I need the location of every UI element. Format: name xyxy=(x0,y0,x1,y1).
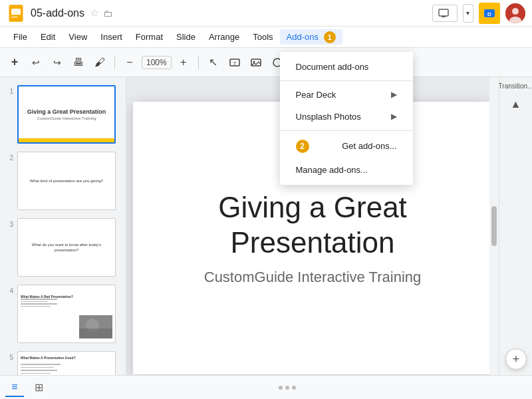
unsplash-arrow: ▶ xyxy=(391,112,397,121)
slide-1-bar xyxy=(19,138,114,142)
slide-4-lines xyxy=(21,299,57,308)
slide-3-text: What do you want to know after today's p… xyxy=(18,239,115,256)
addons-dropdown: Document add-ons Pear Deck ▶ Unsplash Ph… xyxy=(280,52,413,185)
toolbar-separator-2 xyxy=(198,56,199,69)
svg-text:D: D xyxy=(487,11,491,17)
get-addons-badge: 2 xyxy=(296,140,309,153)
menu-bar: File Edit View Insert Format Slide Arran… xyxy=(0,27,532,48)
collapse-panel-button[interactable]: ▲ xyxy=(504,95,528,114)
dropdown-pear-deck[interactable]: Pear Deck ▶ xyxy=(280,84,413,106)
format-paint-button[interactable]: 🖌 xyxy=(90,53,109,72)
app-icon xyxy=(7,4,25,23)
slide-num-4: 4 xyxy=(5,285,13,295)
slide-1-subtitle: CustomGuide Interactive Training xyxy=(37,116,96,120)
svg-point-8 xyxy=(512,8,519,15)
slide-5-title: What Makes A Presentation Good? xyxy=(21,356,76,360)
slide-num-5: 5 xyxy=(5,351,13,361)
toolbar: + ↩ ↪ 🖶 🖌 − 100% + ↖ T + xyxy=(0,48,532,77)
present-button[interactable] xyxy=(432,5,458,22)
scroll-thumb[interactable] xyxy=(491,206,497,246)
slide-thumb-1[interactable]: Giving a Great Presentation CustomGuide … xyxy=(17,85,116,144)
slide-item-2[interactable]: 2 What kind of presentation are you givi… xyxy=(0,149,126,213)
folder-icon[interactable]: 🗀 xyxy=(103,8,112,19)
svg-rect-2 xyxy=(11,16,17,17)
zoom-out-button[interactable]: − xyxy=(120,53,139,72)
dropdown-get-addons[interactable]: 2 Get add-ons... xyxy=(280,134,413,159)
scroll-area[interactable] xyxy=(489,77,499,375)
dropdown-document-addons[interactable]: Document add-ons xyxy=(280,56,413,78)
redo-button[interactable]: ↪ xyxy=(48,53,66,72)
slide-num-2: 2 xyxy=(5,152,13,162)
dropdown-divider-1 xyxy=(280,80,413,81)
doc-title[interactable]: 05-add-ons xyxy=(31,7,84,19)
slide-2-text: What kind of presentation are you giving… xyxy=(27,176,106,186)
slide-num-3: 3 xyxy=(5,218,13,228)
drive-icon-button[interactable]: D xyxy=(479,3,500,24)
slides-panel: 1 Giving a Great Presentation CustomGuid… xyxy=(0,77,126,399)
slide-item-4[interactable]: 4 What Makes A Bad Presentation? xyxy=(0,282,126,346)
undo-button[interactable]: ↩ xyxy=(27,53,45,72)
slide-1-title: Giving a Great Presentation xyxy=(27,108,106,115)
title-bar: 05-add-ons ☆ 🗀 ▾ D xyxy=(0,0,532,27)
menu-format[interactable]: Format xyxy=(129,29,170,45)
slide-num-1: 1 xyxy=(5,85,13,95)
bottom-left: ≡ ⊞ xyxy=(5,378,48,397)
main-layout: 1 Giving a Great Presentation CustomGuid… xyxy=(0,77,532,399)
add-button[interactable]: + xyxy=(5,53,24,72)
menu-edit[interactable]: Edit xyxy=(34,29,62,45)
toolbar-separator-1 xyxy=(114,56,115,69)
dropdown-divider-2 xyxy=(280,130,413,131)
zoom-fab-button[interactable]: + xyxy=(505,348,527,370)
menu-slide[interactable]: Slide xyxy=(170,29,202,45)
addons-menu-wrapper: Add-ons 1 Document add-ons Pear Deck ▶ U… xyxy=(280,31,342,44)
svg-rect-4 xyxy=(442,16,446,17)
slide-item-3[interactable]: 3 What do you want to know after today's… xyxy=(0,215,126,279)
slide-item-1[interactable]: 1 Giving a Great Presentation CustomGuid… xyxy=(0,82,126,146)
menu-addons[interactable]: Add-ons 1 xyxy=(280,29,342,45)
svg-rect-1 xyxy=(11,9,21,15)
bottom-dot-2 xyxy=(285,386,289,390)
slide-5-lines xyxy=(21,364,61,374)
slide-1-content: Giving a Great Presentation CustomGuide … xyxy=(19,86,114,142)
slide-thumb-3[interactable]: What do you want to know after today's p… xyxy=(17,218,116,277)
pear-deck-arrow: ▶ xyxy=(391,90,397,99)
svg-text:T: T xyxy=(233,61,236,66)
slide-4-image xyxy=(79,315,112,338)
title-right: ▾ D xyxy=(432,3,525,24)
slide-subtitle: CustomGuide Interactive Training xyxy=(204,269,422,286)
menu-arrange[interactable]: Arrange xyxy=(202,29,246,45)
transition-button[interactable]: Transition... xyxy=(497,80,532,92)
user-avatar[interactable] xyxy=(505,3,525,23)
textbox-tool[interactable]: T xyxy=(225,53,244,72)
star-icon[interactable]: ☆ xyxy=(90,7,99,19)
menu-insert[interactable]: Insert xyxy=(94,29,129,45)
present-dropdown[interactable]: ▾ xyxy=(463,4,473,23)
bottom-dot-1 xyxy=(279,386,283,390)
addons-badge: 1 xyxy=(324,31,336,43)
menu-view[interactable]: View xyxy=(62,29,94,45)
grid-view-button[interactable]: ⊞ xyxy=(29,378,48,397)
select-tool[interactable]: ↖ xyxy=(204,53,223,72)
menu-file[interactable]: File xyxy=(7,29,34,45)
image-tool[interactable] xyxy=(247,53,265,72)
menu-tools[interactable]: Tools xyxy=(246,29,279,45)
bottom-center xyxy=(279,386,296,390)
bottom-dot-3 xyxy=(292,386,296,390)
svg-rect-18 xyxy=(79,329,112,338)
bottom-bar: ≡ ⊞ + xyxy=(0,375,532,399)
zoom-in-button[interactable]: + xyxy=(174,53,193,72)
slide-thumb-4[interactable]: What Makes A Bad Presentation? xyxy=(17,285,116,343)
slide-main-title: Giving a Great Presentation xyxy=(133,190,492,261)
print-button[interactable]: 🖶 xyxy=(69,53,88,72)
zoom-level[interactable]: 100% xyxy=(142,56,172,69)
dropdown-unsplash[interactable]: Unsplash Photos ▶ xyxy=(280,106,413,128)
svg-rect-3 xyxy=(439,9,448,16)
svg-point-13 xyxy=(253,61,255,63)
slide-view-button[interactable]: ≡ xyxy=(5,378,24,397)
slide-thumb-2[interactable]: What kind of presentation are you giving… xyxy=(17,152,116,210)
dropdown-manage-addons[interactable]: Manage add-ons... xyxy=(280,159,413,181)
